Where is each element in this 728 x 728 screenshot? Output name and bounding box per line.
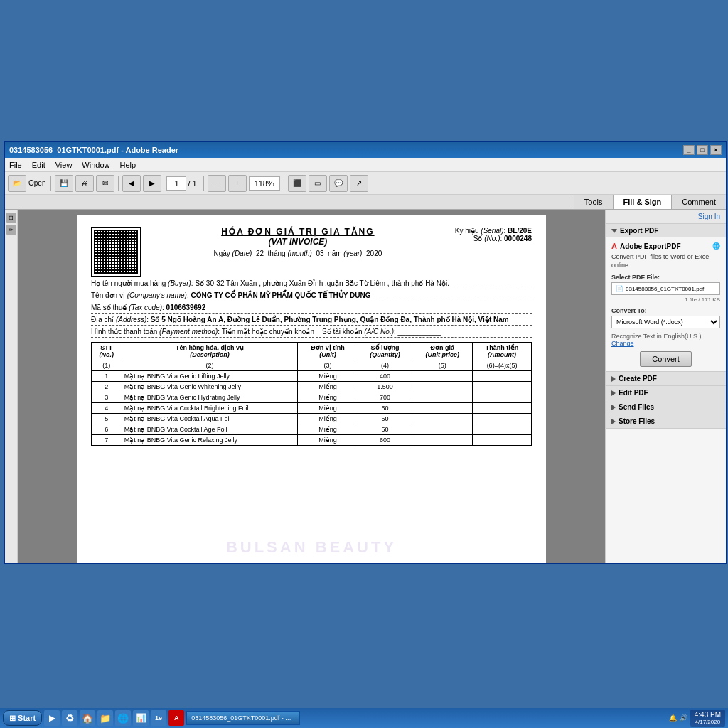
zoom-input[interactable]	[249, 176, 280, 191]
send-files-header[interactable]: Send Files	[606, 400, 726, 414]
strip-icon-2[interactable]: ✏	[6, 225, 16, 235]
save-button[interactable]: 💾	[55, 175, 73, 192]
open-button[interactable]: 📂	[8, 175, 26, 192]
pdf-header-row: HÓA ĐƠN GIÁ TRỊ GIA TĂNG (VAT INVOICE) N…	[91, 227, 532, 277]
row-price	[412, 403, 473, 414]
watermark: BULSAN BEAUTY	[226, 538, 397, 557]
print-button[interactable]: 🖨	[75, 175, 94, 192]
export-pdf-content: A Adobe ExportPDF 🌐 Convert PDF files to…	[606, 237, 726, 371]
separator-4	[284, 176, 284, 191]
menu-edit[interactable]: Edit	[32, 161, 46, 169]
taskbar-icon-folder[interactable]: 📁	[97, 710, 113, 726]
send-files-label: Send Files	[619, 403, 654, 411]
collapsed-icon-send	[611, 405, 616, 410]
next-page-button[interactable]: ▶	[143, 175, 161, 192]
sign-in-link[interactable]: Sign In	[698, 213, 720, 220]
pdf-area[interactable]: HÓA ĐƠN GIÁ TRỊ GIA TĂNG (VAT INVOICE) N…	[18, 210, 605, 563]
tray-icon-1: 🔔	[669, 714, 677, 722]
menu-file[interactable]: File	[9, 161, 22, 169]
adobe-logo: A	[611, 242, 617, 250]
separator-3	[203, 176, 204, 191]
row-desc: Mặt nạ BNBG Vita Genic Whitening Jelly	[122, 382, 298, 392]
row-amount	[473, 424, 532, 435]
subheader-4: (4)	[358, 360, 412, 371]
export-pdf-label: Export PDF	[620, 227, 658, 235]
tab-tools[interactable]: Tools	[574, 195, 613, 209]
row-unit: Miếng	[298, 371, 358, 382]
taskbar-icon-chrome[interactable]: 🌐	[115, 710, 131, 726]
menu-window[interactable]: Window	[82, 161, 109, 169]
row-price	[412, 392, 473, 403]
convert-to-label: Convert To:	[611, 307, 720, 314]
subheader-3: (3)	[298, 360, 358, 371]
send-files-section: Send Files	[606, 400, 726, 414]
address-line: Địa chỉ (Address): Số 5 Ngõ Hoàng An A, …	[91, 316, 532, 326]
row-unit: Miếng	[298, 392, 358, 403]
prev-page-button[interactable]: ◀	[122, 175, 141, 192]
menu-help[interactable]: Help	[119, 161, 136, 169]
close-button[interactable]: ×	[710, 145, 722, 155]
clock-display: 4:43 PM 4/17/2020	[690, 710, 725, 727]
taskbar-icon-refresh[interactable]: ♻	[62, 710, 77, 726]
tab-fill-sign[interactable]: Fill & Sign	[613, 195, 672, 209]
invoice-title-vi: HÓA ĐƠN GIÁ TRỊ GIA TĂNG	[148, 227, 448, 237]
tab-comment[interactable]: Comment	[671, 195, 726, 209]
menu-view[interactable]: View	[55, 161, 73, 169]
header-right: Ký hiệu (Serial): BL/20E Số (No.): 00002…	[455, 227, 532, 242]
minimize-button[interactable]: _	[683, 145, 695, 155]
qr-code	[91, 227, 141, 277]
export-pdf-header[interactable]: Export PDF	[606, 224, 726, 237]
row-no: 1	[92, 371, 122, 382]
taskbar-icon-media[interactable]: ▶	[44, 710, 60, 726]
recognize-text: Recognize Text in English(U.S.) Change	[611, 333, 720, 347]
file-info: 1 file / 171 KB	[611, 296, 720, 303]
taskbar-window-button[interactable]: 0314583056_01GTKT0001.pdf - Adobe Reader	[186, 711, 300, 725]
convert-to-select[interactable]: Microsoft Word (*.docx) Microsoft Excel …	[611, 316, 720, 328]
row-unit: Miếng	[298, 403, 358, 414]
invoice-table: STT(No.) Tên hàng hóa, dịch vụ(Descripti…	[91, 342, 532, 446]
taskbar-icon-pdf[interactable]: A	[168, 710, 184, 726]
taskbar-icon-excel[interactable]: 📊	[133, 710, 149, 726]
row-amount	[473, 392, 532, 403]
comment-button[interactable]: 💬	[329, 175, 348, 192]
pdf-file-icon: 📄	[616, 285, 623, 292]
qr-inner	[94, 230, 138, 274]
row-no: 6	[92, 424, 122, 435]
adobe-export-label: Adobe ExportPDF	[620, 242, 681, 250]
edit-pdf-header[interactable]: Edit PDF	[606, 386, 726, 400]
taskbar: ⊞ Start ▶ ♻ 🏠 📁 🌐 📊 1e A 0314583056_01GT…	[0, 708, 728, 728]
date-display: 4/17/2020	[695, 719, 721, 725]
restore-button[interactable]: □	[697, 145, 708, 155]
row-amount	[473, 382, 532, 392]
create-pdf-header[interactable]: Create PDF	[606, 372, 726, 385]
adobe-export-title: A Adobe ExportPDF 🌐	[611, 242, 720, 250]
zoom-in-button[interactable]: +	[228, 175, 247, 192]
store-files-header[interactable]: Store Files	[606, 414, 726, 428]
zoom-out-button[interactable]: −	[208, 175, 226, 192]
convert-button[interactable]: Convert	[640, 351, 692, 367]
create-pdf-section: Create PDF	[606, 372, 726, 386]
taskbar-icon-1e[interactable]: 1e	[151, 710, 166, 726]
window-title: 0314583056_01GTKT0001.pdf - Adobe Reader	[9, 146, 178, 154]
fit-width-button[interactable]: ▭	[309, 175, 327, 192]
expand-icon	[611, 229, 617, 233]
change-link[interactable]: Change	[611, 340, 634, 347]
taskbar-icon-home[interactable]: 🏠	[80, 710, 95, 726]
row-desc: Mặt nạ BNBG Vita Genic Relaxing Jelly	[122, 435, 298, 446]
col-amount-header: Thành tiền(Amount)	[473, 343, 532, 360]
fit-page-button[interactable]: ⬛	[288, 175, 306, 192]
row-price	[412, 371, 473, 382]
title-bar-buttons: _ □ ×	[683, 145, 722, 155]
page-number-input[interactable]	[166, 176, 186, 191]
email-button[interactable]: ✉	[96, 175, 114, 192]
open-label[interactable]: Open	[28, 179, 46, 187]
main-area: ⊞ ✏ HÓA ĐƠN GIÁ TRỊ GIA TĂNG (VAT INVOIC…	[5, 210, 726, 563]
share-button[interactable]: ↗	[350, 175, 368, 192]
buyer-line: Họ tên người mua hàng (Buyer): Số 30-32 …	[91, 279, 532, 289]
start-button[interactable]: ⊞ Start	[3, 710, 42, 726]
row-no: 2	[92, 382, 122, 392]
col-qty-header: Số lượng(Quantity)	[358, 343, 412, 360]
row-amount	[473, 371, 532, 382]
row-amount	[473, 414, 532, 424]
strip-icon-1[interactable]: ⊞	[6, 213, 16, 223]
